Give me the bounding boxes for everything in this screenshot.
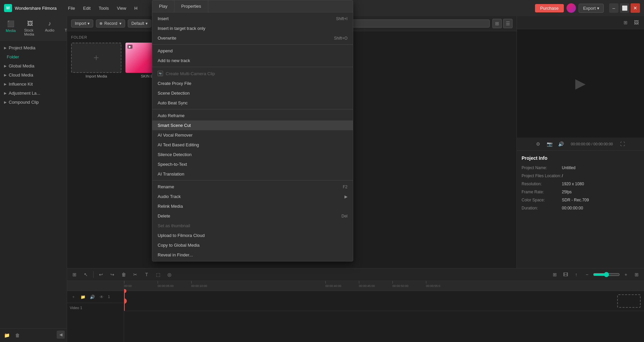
context-menu-body: Insert Shift+I Insert in target track on… [152,12,353,261]
ctx-label-rename: Rename [158,184,174,189]
ctx-label-silence-detection: Silence Detection [158,152,192,157]
ctx-separator-4 [152,180,353,181]
ctx-label-ai-text: AI Text Based Editing [158,142,199,147]
ctx-item-append[interactable]: Append [152,46,353,56]
ctx-item-ai-text[interactable]: AI Text Based Editing [152,140,353,150]
ctx-label-ai-vocal: AI Vocal Remover [158,133,193,138]
ctx-item-left-multi: 📷 Create Multi-Camera Clip [158,71,215,76]
ctx-label-delete: Delete [158,213,170,218]
ctx-item-create-multi: 📷 Create Multi-Camera Clip [152,68,353,79]
ctx-shortcut-overwrite: Shift+O [334,36,347,41]
ctx-label-set-thumbnail: Set as thumbnail [158,223,190,228]
ctx-item-rename[interactable]: Rename F2 [152,182,353,192]
ctx-item-set-thumbnail: Set as thumbnail [152,221,353,231]
ctx-label-scene-detection: Scene Detection [158,91,190,96]
ctx-item-copy-global[interactable]: Copy to Global Media [152,240,353,250]
camera-icon: 📷 [158,71,163,76]
ctx-item-auto-beat[interactable]: Auto Beat Sync [152,98,353,108]
ctx-label-ai-translation: AI Translation [158,172,184,177]
ctx-item-delete[interactable]: Delete Del [152,211,353,221]
ctx-label-speech-to-text: Speech-to-Text [158,162,187,167]
ctx-separator-1 [152,44,353,45]
ctx-item-auto-reframe[interactable]: Auto Reframe [152,111,353,120]
ctx-item-speech-to-text[interactable]: Speech-to-Text [152,159,353,169]
ctx-item-insert-target[interactable]: Insert in target track only [152,23,353,33]
context-menu-overlay: Play Properties Insert Shift+I Insert in… [0,0,644,342]
ctx-item-add-track[interactable]: Add to new track [152,56,353,65]
ctx-item-overwrite[interactable]: Overwrite Shift+O [152,33,353,43]
ctx-label-smart-scene-cut: Smart Scene Cut [158,123,191,128]
ctx-label-copy-global: Copy to Global Media [158,243,200,248]
ctx-separator-2 [152,67,353,67]
ctx-label-insert: Insert [158,16,169,21]
ctx-separator-3 [152,109,353,109]
ctx-label-overwrite: Overwrite [158,36,176,41]
ctx-label-create-multi: Create Multi-Camera Clip [166,71,215,76]
ctx-label-auto-beat: Auto Beat Sync [158,100,188,105]
ctx-label-append: Append [158,48,173,53]
ctx-shortcut-delete: Del [341,214,347,218]
ctx-header-properties[interactable]: Properties [174,0,208,12]
ctx-item-relink-media[interactable]: Relink Media [152,201,353,211]
ctx-label-auto-reframe: Auto Reframe [158,113,184,118]
ctx-item-upload-cloud[interactable]: Upload to Filmora Cloud [152,231,353,240]
ctx-item-smart-scene-cut[interactable]: Smart Scene Cut [152,120,353,130]
ctx-label-audio-track: Audio Track [158,194,181,199]
context-menu-header: Play Properties [152,0,353,12]
ctx-label-add-track: Add to new track [158,58,190,63]
ctx-item-create-proxy[interactable]: Create Proxy File [152,79,353,88]
ctx-item-silence-detection[interactable]: Silence Detection [152,150,353,159]
ctx-item-audio-track[interactable]: Audio Track ▶ [152,192,353,201]
ctx-label-reveal-finder: Reveal in Finder... [158,252,193,257]
ctx-label-insert-target: Insert in target track only [158,26,205,31]
ctx-shortcut-rename: F2 [343,185,347,189]
ctx-label-upload-cloud: Upload to Filmora Cloud [158,233,205,238]
ctx-item-ai-translation[interactable]: AI Translation [152,169,353,179]
ctx-item-ai-vocal[interactable]: AI Vocal Remover [152,130,353,140]
ctx-item-reveal-finder[interactable]: Reveal in Finder... [152,250,353,260]
ctx-item-scene-detection[interactable]: Scene Detection [152,88,353,98]
ctx-label-relink-media: Relink Media [158,204,183,209]
ctx-header-play[interactable]: Play [152,0,174,12]
context-menu: Play Properties Insert Shift+I Insert in… [152,0,353,261]
ctx-item-insert[interactable]: Insert Shift+I [152,14,353,23]
ctx-shortcut-insert: Shift+I [336,16,347,21]
submenu-arrow-icon: ▶ [344,194,347,199]
ctx-label-create-proxy: Create Proxy File [158,81,191,86]
